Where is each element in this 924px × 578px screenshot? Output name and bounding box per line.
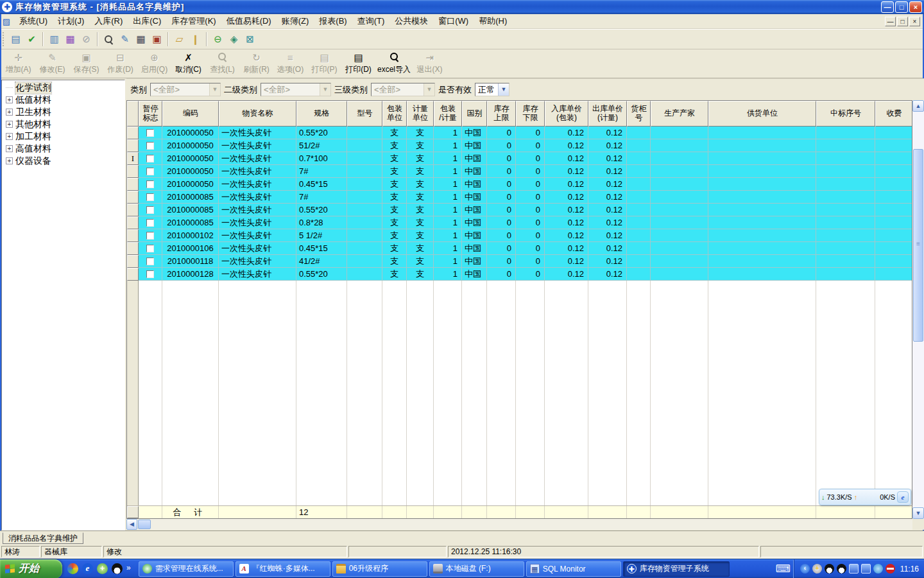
table-row[interactable]: 2010000085一次性头皮针0.8*28支支1中国000.120.12 [127,216,912,229]
vertical-scroll-thumb[interactable] [913,149,923,342]
vertical-scrollbar[interactable]: ▲ ▼ [912,100,924,519]
tree-item-5[interactable]: +高值材料 [2,143,124,155]
excel-import-button[interactable]: excel导入 [375,50,413,77]
checkbox[interactable] [146,155,154,162]
close-form-icon[interactable]: ⊠ [242,31,258,48]
expand-icon[interactable]: + [6,121,13,128]
toolbar-grip[interactable] [3,32,5,46]
remote-tray-icon[interactable] [873,564,883,574]
menu-item-9[interactable]: 公共模块 [389,14,433,28]
column-header-6[interactable]: 计量 单位 [407,101,434,127]
browser-icon[interactable]: e [897,491,909,503]
row-indicator-cell[interactable] [127,216,139,229]
row-indicator-cell[interactable] [127,242,139,255]
print-button[interactable]: ▤打印(P) [307,50,341,77]
tree-item-2[interactable]: +卫生材料 [2,106,124,118]
table-row[interactable]: 2010000128一次性头皮针0.55*20支支1中国000.120.12 [127,268,912,281]
row-indicator-cell[interactable] [127,191,139,204]
scroll-down-button[interactable]: ▼ [912,507,924,519]
table-row[interactable]: 2010000118一次性头皮针41/2#支支1中国000.120.12 [127,255,912,268]
filter-combo-0[interactable]: <全部>▼ [150,83,221,96]
edit-button[interactable]: ✎修改(E) [35,50,69,77]
chevron-down-icon[interactable]: ▼ [424,83,434,96]
column-header-0[interactable]: 暂停 标志 [139,101,162,127]
horizontal-scrollbar[interactable]: ◀ [126,519,912,530]
checkbox[interactable] [146,245,154,252]
column-header-8[interactable]: 国别 [462,101,487,127]
minimize-button[interactable]: — [881,1,894,13]
checkbox[interactable] [146,258,154,265]
column-header-7[interactable]: 包装 /计量 [434,101,462,127]
column-header-2[interactable]: 物资名称 [219,101,296,127]
new-record-icon[interactable]: ▤ [8,31,24,48]
key-icon[interactable]: ❙ [187,31,203,48]
close-button[interactable]: × [909,1,922,13]
expand-icon[interactable]: + [6,145,13,152]
expand-icon[interactable]: + [6,96,13,103]
task-sql-monitor[interactable]: ▦SQL Monitor [526,561,621,577]
task-local-disk[interactable]: 本地磁盘 (F:) [429,561,524,577]
table-row[interactable]: 2010000102一次性头皮针5 1/2#支支1中国000.120.12 [127,229,912,242]
enable-button[interactable]: ⊕启用(Q) [137,50,171,77]
table-row[interactable]: 2010000085一次性头皮针7#支支1中国000.120.12 [127,191,912,204]
row-indicator-cell[interactable] [127,204,139,216]
task-inventory-system[interactable]: ✚库存物资管理子系统 [623,561,730,577]
column-header-14[interactable]: 生产产家 [651,101,708,127]
mdi-close-button[interactable]: × [909,17,920,26]
browser-icon[interactable]: e [82,563,93,574]
chevron-down-icon[interactable]: ▼ [320,83,330,96]
edit-form-icon[interactable]: ✎ [117,31,133,48]
checkbox[interactable] [146,270,154,278]
menu-item-10[interactable]: 窗口(W) [433,14,474,28]
report-icon[interactable]: ▥ [46,31,62,48]
table-row[interactable]: 2010000050一次性头皮针0.55*20支支1中国000.120.12 [127,127,912,139]
checkbox[interactable] [146,219,154,227]
checkbox[interactable] [146,193,154,201]
search-record-icon[interactable]: ⊘ [78,31,94,48]
row-indicator-cell[interactable] [127,127,139,139]
report-add-icon[interactable]: ▦ [62,31,78,48]
mdi-restore-button[interactable]: □ [897,17,908,26]
column-header-11[interactable]: 入库单价 (包装) [545,101,588,127]
magnifier-tray-icon[interactable]: + [812,564,822,574]
filter-combo-1[interactable]: <全部>▼ [261,83,331,96]
save-export-icon[interactable]: ▣ [149,31,165,48]
menu-item-2[interactable]: 入库(R) [89,14,128,28]
approve-icon[interactable]: ✔ [24,31,40,48]
menu-item-8[interactable]: 查询(T) [352,14,390,28]
task-upgrade-folder[interactable]: 06升级程序 [332,561,427,577]
blocked-tray-icon[interactable] [886,564,895,574]
column-header-10[interactable]: 库存 下限 [516,101,545,127]
tree-item-6[interactable]: +仪器设备 [2,155,124,167]
column-header-13[interactable]: 货柜 号 [627,101,651,127]
menu-item-4[interactable]: 库存管理(K) [166,14,221,28]
scroll-left-button[interactable]: ◀ [126,519,137,530]
network-tray-icon[interactable] [849,564,859,574]
exit-button[interactable]: ⇥退出(X) [413,50,447,77]
checkbox[interactable] [146,168,154,175]
qq-tray-icon[interactable] [825,564,834,574]
start-button[interactable]: 开始 [0,559,62,578]
table-row[interactable]: 2010000050一次性头皮针51/2#支支1中国000.120.12 [127,139,912,152]
qq-tray-icon-2[interactable] [837,564,846,574]
find-button[interactable]: 查找(L) [205,50,239,77]
grid-icon[interactable]: ▦ [133,31,149,48]
column-header-4[interactable]: 型号 [347,101,382,127]
checkbox[interactable] [146,232,154,240]
void-button[interactable]: ⊟作废(D) [103,50,137,77]
chevron-down-icon[interactable]: ▼ [209,83,220,96]
row-indicator-cell[interactable] [127,255,139,268]
save-button[interactable]: ▣保存(S) [69,50,103,77]
table-row[interactable]: 2010000106一次性头皮针0.45*15支支1中国000.120.12 [127,242,912,255]
column-header-1[interactable]: 编码 [162,101,219,127]
keyboard-icon[interactable]: ⌨ [776,563,791,575]
checkbox[interactable] [146,206,154,214]
cancel-button[interactable]: ✗取消(C) [171,50,205,77]
options-button[interactable]: ≡选项(O) [273,50,307,77]
checkbox[interactable] [146,180,154,188]
filter-combo-2[interactable]: <全部>▼ [371,83,435,96]
mdi-minimize-button[interactable]: — [885,17,896,26]
row-indicator-cell[interactable] [127,139,139,152]
update-icon[interactable]: + [97,563,108,574]
table-row[interactable]: 2010000050一次性头皮针0.45*15支支1中国000.120.12 [127,178,912,191]
